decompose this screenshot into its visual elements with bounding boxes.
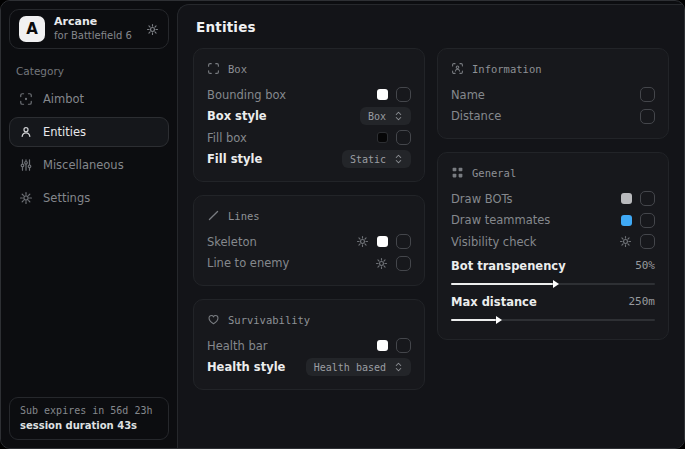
heart-icon — [207, 313, 220, 326]
sidebar-nav: Aimbot Entities Miscella — [9, 84, 169, 213]
fill-box-checkbox[interactable] — [396, 130, 411, 145]
box-style-dropdown[interactable]: Box — [360, 107, 411, 125]
bounding-box-checkbox[interactable] — [396, 87, 411, 102]
row-visibility-check: Visibility check — [451, 231, 655, 253]
card-title: Box — [228, 63, 247, 75]
gear-icon[interactable] — [619, 235, 632, 248]
main-panel: Entities Box Bounding box — [177, 4, 684, 448]
card-general: General Draw BOTs Draw teammates — [437, 152, 669, 340]
row-bounding-box: Bounding box — [207, 84, 411, 106]
gear-icon[interactable] — [146, 23, 159, 36]
sidebar: A Arcane for Battlefield 6 Category — [1, 1, 177, 448]
max-distance-slider[interactable] — [451, 319, 655, 321]
box-corners-icon — [207, 62, 220, 75]
app-subtitle: for Battlefield 6 — [54, 30, 132, 42]
sidebar-item-label: Settings — [43, 191, 90, 205]
health-style-dropdown[interactable]: Health based — [306, 358, 411, 376]
name-checkbox[interactable] — [640, 87, 655, 102]
distance-checkbox[interactable] — [640, 109, 655, 124]
draw-teammates-checkbox[interactable] — [640, 213, 655, 228]
grid-icon — [451, 166, 464, 179]
line-to-enemy-checkbox[interactable] — [396, 256, 411, 271]
sidebar-item-entities[interactable]: Entities — [9, 117, 169, 147]
person-scan-icon — [451, 62, 464, 75]
card-title: Survivability — [228, 314, 310, 326]
row-fill-style: Fill style Static — [207, 149, 411, 171]
health-bar-checkbox[interactable] — [396, 338, 411, 353]
app-window: A Arcane for Battlefield 6 Category — [0, 0, 685, 449]
color-swatch[interactable] — [621, 215, 632, 226]
gear-icon — [19, 191, 33, 205]
card-title: Lines — [228, 210, 260, 222]
bot-transparency-slider[interactable] — [451, 283, 655, 285]
right-column: Information Name Distance — [437, 48, 669, 340]
card-title: Information — [472, 63, 542, 75]
sliders-icon — [19, 158, 33, 172]
slider-thumb[interactable] — [553, 280, 559, 288]
row-line-to-enemy: Line to enemy — [207, 253, 411, 275]
color-swatch[interactable] — [377, 89, 388, 100]
sidebar-item-label: Aimbot — [43, 92, 84, 106]
page-title: Entities — [196, 19, 669, 35]
row-box-style: Box style Box — [207, 106, 411, 128]
row-name: Name — [451, 84, 655, 106]
draw-bots-checkbox[interactable] — [640, 191, 655, 206]
dropdown-value: Static — [350, 154, 386, 165]
gear-icon[interactable] — [356, 235, 369, 248]
card-information: Information Name Distance — [437, 48, 669, 139]
row-fill-box: Fill box — [207, 127, 411, 149]
dropdown-value: Health based — [314, 362, 386, 373]
card-survivability: Survivability Health bar Health style He… — [193, 299, 425, 390]
unfold-icon — [394, 361, 403, 373]
brand-card: A Arcane for Battlefield 6 — [9, 9, 169, 49]
row-health-bar: Health bar — [207, 335, 411, 357]
left-column: Box Bounding box Box style Box — [193, 48, 425, 390]
slider-value: 250m — [629, 295, 656, 308]
card-title: General — [472, 167, 516, 179]
skeleton-checkbox[interactable] — [396, 234, 411, 249]
color-swatch[interactable] — [377, 236, 388, 247]
app-logo: A — [19, 16, 45, 42]
max-distance-slider-block: Max distance 250m — [451, 292, 655, 321]
slider-value: 50% — [635, 259, 655, 272]
unfold-icon — [394, 110, 403, 122]
sub-expiry-text: Sub expires in 56d 23h — [20, 405, 158, 416]
sidebar-item-label: Entities — [43, 125, 86, 139]
category-label: Category — [16, 65, 162, 77]
sidebar-item-settings[interactable]: Settings — [9, 183, 169, 213]
line-icon — [207, 209, 220, 222]
dropdown-value: Box — [368, 111, 386, 122]
sidebar-item-aimbot[interactable]: Aimbot — [9, 84, 169, 114]
row-draw-teammates: Draw teammates — [451, 210, 655, 232]
color-swatch[interactable] — [377, 132, 388, 143]
sidebar-item-label: Miscellaneous — [43, 158, 124, 172]
subscription-info: Sub expires in 56d 23h session duration … — [9, 397, 169, 440]
row-draw-bots: Draw BOTs — [451, 188, 655, 210]
card-lines: Lines Skeleton — [193, 195, 425, 286]
app-name: Arcane — [54, 16, 132, 29]
fill-style-dropdown[interactable]: Static — [342, 150, 411, 168]
slider-thumb[interactable] — [496, 316, 502, 324]
bot-transparency-slider-block: Bot transpenency 50% — [451, 256, 655, 285]
color-swatch[interactable] — [621, 193, 632, 204]
crosshair-icon — [19, 92, 33, 106]
session-duration-text: session duration 43s — [20, 420, 158, 431]
color-swatch[interactable] — [377, 340, 388, 351]
row-health-style: Health style Health based — [207, 357, 411, 379]
sidebar-item-miscellaneous[interactable]: Miscellaneous — [9, 150, 169, 180]
gear-icon[interactable] — [375, 257, 388, 270]
row-skeleton: Skeleton — [207, 231, 411, 253]
person-icon — [19, 125, 33, 139]
row-distance: Distance — [451, 106, 655, 128]
unfold-icon — [394, 153, 403, 165]
card-box: Box Bounding box Box style Box — [193, 48, 425, 182]
visibility-check-checkbox[interactable] — [640, 234, 655, 249]
